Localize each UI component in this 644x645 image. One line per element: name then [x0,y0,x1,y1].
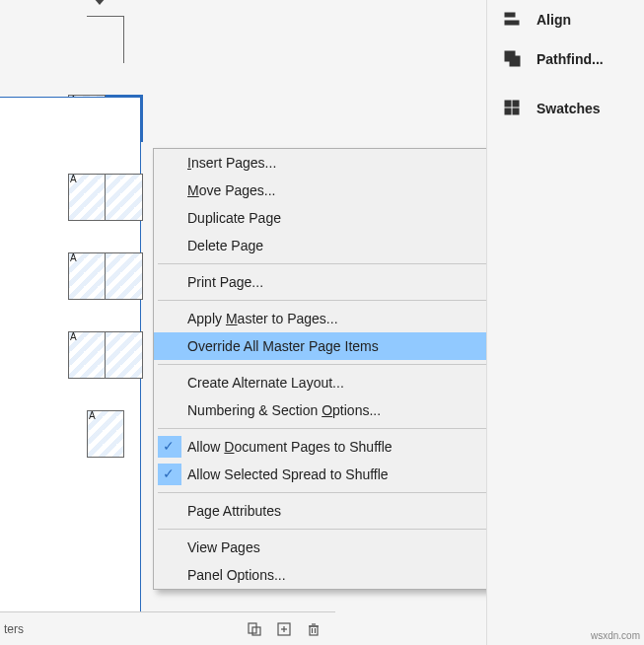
menu-item-label: Override All Master Page Items [187,338,486,354]
svg-rect-13 [510,56,520,66]
panel-button-pathfinder[interactable]: Pathfind... [487,39,644,79]
svg-rect-10 [505,13,515,17]
right-panel: AlignPathfind...Swatches [486,0,644,645]
panel-button-label: Align [537,12,571,28]
pathfinder-icon [503,49,521,70]
page-thumbnail[interactable]: A [68,331,106,379]
align-icon [503,10,521,31]
page-thumbnail[interactable]: B [87,16,124,63]
svg-rect-14 [505,101,511,107]
page-thumbnail[interactable]: A [68,174,106,221]
check-icon [158,464,181,485]
check-icon [158,436,181,458]
master-badge: A [69,332,78,342]
spread: AA2-3 [51,95,160,160]
master-badge: A [69,253,78,263]
svg-rect-17 [513,108,519,114]
spread: B1 [51,16,160,81]
page-size-icon[interactable] [247,621,262,637]
swatches-icon [503,99,521,119]
watermark: wsxdn.com [591,630,640,641]
page-thumbnail[interactable]: A [106,95,143,142]
master-badge: A [69,175,78,184]
new-page-icon[interactable] [276,621,292,637]
panel-button-label: Swatches [537,101,601,116]
page-thumbnail[interactable] [106,331,143,379]
master-badge: A [88,411,97,421]
page-thumbnail[interactable]: A [68,252,106,300]
page-thumbnail[interactable]: A [87,410,124,458]
page-thumbnail[interactable] [106,174,143,221]
pages-thumbnail-list: B1AA2-3A4-5A6-7A8-9A10 [51,0,160,475]
panel-button-align[interactable]: Align [487,0,644,39]
svg-rect-15 [513,101,519,107]
svg-rect-16 [505,108,511,114]
panel-button-label: Pathfind... [537,51,604,67]
svg-rect-11 [505,21,519,25]
footer-label: ters [0,622,24,636]
panel-button-swatches[interactable]: Swatches [487,89,644,128]
pages-panel-footer: ters [0,611,335,645]
page-thumbnail[interactable] [106,252,143,300]
trash-icon[interactable] [306,621,322,637]
svg-rect-5 [310,626,318,635]
